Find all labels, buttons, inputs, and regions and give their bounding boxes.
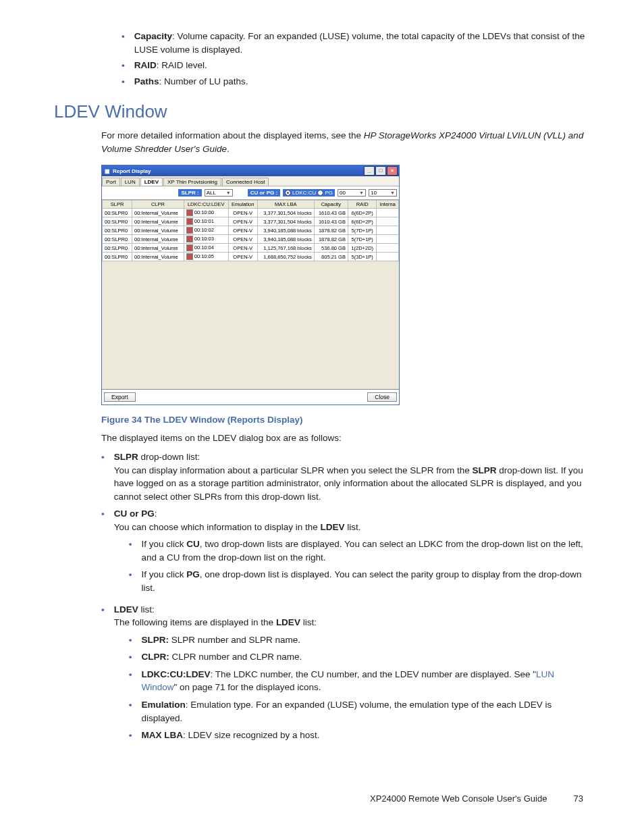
footer-page-number: 73: [563, 793, 583, 804]
radio-pg[interactable]: [317, 190, 323, 196]
list-item: •Emulation: Emulation type. For an expan…: [129, 698, 590, 725]
list-item: •If you click PG, one drop-down list is …: [129, 568, 590, 594]
ldev-icon: [186, 253, 193, 260]
list-item: •SLPR: SLPR number and SLPR name.: [129, 633, 590, 647]
bullet-icon: •: [129, 650, 132, 664]
sub-bold: CLPR:: [141, 652, 169, 662]
list-item: •If you click CU, two drop-down lists ar…: [129, 538, 590, 564]
cell-ldkc: 00:10:02: [184, 226, 228, 235]
ldev-icon: [186, 227, 193, 234]
ldev-table: SLPRCLPRLDKC:CU:LDEVEmulationMAX LBACapa…: [102, 200, 399, 261]
cell-internal: [377, 244, 399, 253]
cell-raid: 5(7D+1P): [348, 226, 377, 235]
sub-post: , two drop-down lists are displayed. You…: [141, 539, 583, 563]
export-button[interactable]: Export: [104, 392, 136, 402]
list-item: •SLPR drop-down list:You can display inf…: [101, 450, 590, 503]
intro-post: .: [227, 144, 230, 154]
cell-internal: [377, 209, 399, 217]
radio-pg-label: PG: [325, 190, 333, 196]
term: CU or PG: [114, 509, 155, 519]
sub-post: : LDEV size recognized by a host.: [183, 730, 320, 740]
sub-list: •SLPR: SLPR number and SLPR name.•CLPR: …: [114, 633, 590, 742]
sub-pre: If you click: [141, 569, 186, 579]
column-header[interactable]: Interna: [377, 201, 399, 209]
cell-capacity: 1610.43 GB: [314, 209, 348, 217]
body-bold: SLPR: [473, 465, 497, 475]
term-post: drop-down list:: [138, 452, 200, 462]
minimize-button[interactable]: _: [364, 166, 375, 176]
column-header[interactable]: Emulation: [228, 201, 257, 209]
table-row[interactable]: 00:SLPR000:Internal_Volume00:10:03OPEN-V…: [103, 235, 399, 244]
radio-ldkc-cu[interactable]: [285, 190, 291, 196]
app-icon: ▦: [105, 168, 110, 174]
bullet-icon: •: [101, 507, 105, 598]
term-desc: : Volume capacity. For an expanded (LUSE…: [134, 31, 585, 55]
cell-emulation: OPEN-V: [228, 235, 257, 244]
cell-maxlba: 3,377,301,504 blocks: [257, 209, 314, 217]
tab-lun[interactable]: LUN: [121, 178, 140, 186]
body-pre: You can display information about a part…: [114, 465, 473, 475]
cell-raid: 5(7D+1P): [348, 235, 377, 244]
sub-list: •If you click CU, two drop-down lists ar…: [114, 538, 590, 594]
term: Capacity: [134, 31, 172, 41]
list-item: •Paths: Number of LU paths.: [122, 75, 590, 88]
list-item: •MAX LBA: LDEV size recognized by a host…: [129, 729, 590, 742]
cell-capacity: 805.21 GB: [314, 253, 348, 261]
cell-slpr: 00:SLPR0: [103, 235, 132, 244]
cell-slpr: 00:SLPR0: [103, 253, 132, 261]
cell-clpr: 00:Internal_Volume: [132, 235, 184, 244]
bullet-icon: •: [129, 568, 132, 594]
cell-emulation: OPEN-V: [228, 226, 257, 235]
close-button[interactable]: Close: [367, 392, 397, 402]
column-header[interactable]: SLPR: [103, 201, 132, 209]
column-header[interactable]: LDKC:CU:LDEV: [184, 201, 228, 209]
ldev-icon: [186, 218, 193, 225]
cell-maxlba: 3,377,301,504 blocks: [257, 217, 314, 226]
sub-bold: CU: [186, 539, 200, 549]
cell-ldkc: 00:10:03: [184, 235, 228, 244]
column-header[interactable]: CLPR: [132, 201, 184, 209]
column-header[interactable]: RAID: [348, 201, 377, 209]
cell-emulation: OPEN-V: [228, 217, 257, 226]
filter-row: SLPR : ALL ▼ CU or PG : LDKC:CU PG 00 ▼ …: [102, 186, 399, 200]
page-footer: XP24000 Remote Web Console User's Guide …: [54, 793, 590, 804]
bullet-icon: •: [122, 75, 125, 88]
close-window-button[interactable]: ×: [387, 166, 398, 176]
term: LDEV: [114, 604, 138, 615]
ldkc-dropdown[interactable]: 00 ▼: [338, 189, 366, 197]
sub-post: , one drop-down list is displayed. You c…: [141, 569, 581, 593]
column-header[interactable]: Capacity: [314, 201, 348, 209]
ldev-icon: [186, 244, 193, 251]
top-bullet-list: •Capacity: Volume capacity. For an expan…: [122, 30, 590, 88]
cu-dropdown[interactable]: 10 ▼: [369, 189, 397, 197]
tab-ldev[interactable]: LDEV: [140, 178, 163, 186]
column-header[interactable]: MAX LBA: [257, 201, 314, 209]
term-desc: : Number of LU paths.: [159, 76, 248, 86]
slpr-dropdown-value: ALL: [207, 190, 216, 196]
cu-or-pg-radio-group: LDKC:CU PG: [283, 189, 335, 197]
tab-xp-thin-provisioning[interactable]: XP Thin Provisioning: [163, 178, 221, 186]
list-item: •RAID: RAID level.: [122, 59, 590, 72]
tab-connected-host[interactable]: Connected Host: [222, 178, 269, 186]
sub-bold: Emulation: [141, 700, 185, 710]
cell-slpr: 00:SLPR0: [103, 244, 132, 253]
report-display-window: ▦ Report Display _ □ × PortLUNLDEVXP Thi…: [101, 165, 400, 405]
cell-emulation: OPEN-V: [228, 244, 257, 253]
table-row[interactable]: 00:SLPR000:Internal_Volume00:10:05OPEN-V…: [103, 253, 399, 261]
list-item: •CU or PG:You can choose which informati…: [101, 507, 590, 598]
maximize-button[interactable]: □: [375, 166, 386, 176]
table-row[interactable]: 00:SLPR000:Internal_Volume00:10:00OPEN-V…: [103, 209, 399, 217]
sub-post: CLPR number and CLPR name.: [169, 652, 302, 662]
table-row[interactable]: 00:SLPR000:Internal_Volume00:10:04OPEN-V…: [103, 244, 399, 253]
cell-raid: 6(6D+2P): [348, 209, 377, 217]
bullet-icon: •: [129, 633, 132, 647]
chevron-down-icon: ▼: [226, 190, 231, 195]
cell-ldkc: 00:10:05: [184, 253, 228, 261]
term-post: list:: [138, 604, 155, 615]
table-row[interactable]: 00:SLPR000:Internal_Volume00:10:01OPEN-V…: [103, 217, 399, 226]
slpr-dropdown[interactable]: ALL ▼: [205, 189, 233, 197]
cell-maxlba: 3,940,185,088 blocks: [257, 226, 314, 235]
tab-port[interactable]: Port: [102, 178, 120, 186]
table-row[interactable]: 00:SLPR000:Internal_Volume00:10:02OPEN-V…: [103, 226, 399, 235]
bullet-icon: •: [101, 603, 105, 746]
